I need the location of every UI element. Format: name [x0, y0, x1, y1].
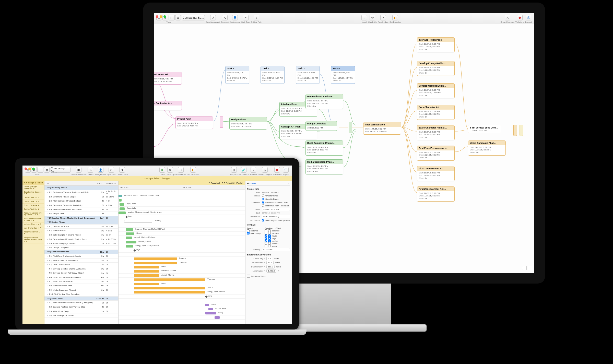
- change-item[interactable]: Effort Done from none to 1d 4h ✓ ✗: [22, 217, 44, 222]
- chip-design[interactable]: [349, 122, 352, 133]
- reschedule-button[interactable]: ⇥: [380, 15, 386, 20]
- level-button[interactable]: ≡: [159, 167, 165, 173]
- simulations-button[interactable]: 🧪: [241, 167, 246, 173]
- gantt-row[interactable]: Melanie; Marina: [119, 269, 245, 273]
- outline-row[interactable]: ▾ 1) Planning Phase: [44, 186, 118, 190]
- outline-row[interactable]: • 3.3) Build Sample In-Engine Project1w2…: [44, 233, 118, 237]
- accept-all-button[interactable]: ✓ Accept All: [208, 182, 220, 184]
- dates-undetermined[interactable]: Undetermined: [262, 194, 290, 197]
- outline-row[interactable]: • 4.6) First Zone Monster Animations6w0h: [44, 275, 118, 280]
- outline-row[interactable]: • 1.4) Determine Contractor Availability…: [44, 203, 118, 208]
- outline-row[interactable]: • 4.2) Basic Character Animations3w0h: [44, 259, 118, 263]
- splittask-button[interactable]: ✂: [243, 15, 249, 20]
- dates-specific[interactable]: Specific Dates: [262, 198, 290, 200]
- violations-button[interactable]: ⬣: [517, 15, 523, 20]
- baseline-button[interactable]: ⇄: [76, 167, 81, 173]
- change-item[interactable]: Group Task Style changed ✓ ✗: [22, 185, 44, 190]
- setbaseline-button[interactable]: ◧: [190, 167, 196, 173]
- node-select-middleware[interactable]: and Select Mi… Start: 9/5/15, 4:57 PMEnd…: [154, 72, 182, 85]
- gantt-row[interactable]: Rafiq: [119, 282, 245, 286]
- gantt-row[interactable]: Jamal: [119, 303, 245, 307]
- workyear-input[interactable]: 1,920.0: [266, 269, 276, 273]
- gantt-row[interactable]: Jaya; Julie: [119, 202, 245, 206]
- connect-button[interactable]: ↘: [222, 15, 228, 20]
- zoom-in-button[interactable]: +: [528, 266, 532, 270]
- outline-row[interactable]: • 5.3) Write Video Script1w0h: [44, 309, 118, 314]
- gantt-row[interactable]: Jeremy: [119, 219, 245, 223]
- node-research[interactable]: Research and Evaluate… Start: 9/28/15, 4…: [305, 94, 343, 109]
- outline-row[interactable]: • 1.1) Brainstorm Themes, Audience, Art …: [44, 190, 118, 195]
- inspector-tabs[interactable]: ◀Project⋯: [247, 181, 290, 186]
- node-contractor[interactable]: te Contractor A…: [154, 101, 182, 110]
- outline-row[interactable]: • 4.10) First Vertical Slice Complete: [44, 292, 118, 297]
- gantt-row[interactable]: Lauren; Thomas; Rafiq; Oil Paint: [119, 228, 245, 232]
- gantt-row[interactable]: Jaya; Julie: [119, 207, 245, 211]
- catchup-button[interactable]: ⟳: [370, 15, 375, 20]
- window-controls[interactable]: [156, 15, 166, 18]
- document-selector[interactable]: Comparing: Ba…: [182, 15, 205, 20]
- node-zonemon[interactable]: First Zone Monster ArtStart: 10/5/15, 5:…: [417, 166, 455, 181]
- reports-button[interactable]: ▥: [231, 167, 237, 173]
- gantt-row[interactable]: Jamal; Marina: [119, 274, 245, 278]
- gantt-row[interactable]: [119, 253, 245, 257]
- quicklook-checkbox[interactable]: Save a Quick Look preview: [262, 219, 290, 221]
- assignment-button[interactable]: 👤: [98, 167, 103, 173]
- node-media-phase[interactable]: Media Campaign Phas… Start: 9/28/15, 4:5…: [305, 159, 343, 174]
- gantt-chart[interactable]: ✓ Accept All ✗✗ Reject All Publish Oct 2…: [119, 181, 245, 324]
- outline-row[interactable]: • 5.4) Edit Footage to Theme …: [44, 313, 118, 318]
- project-title[interactable]: Nautilus Command: [262, 191, 290, 194]
- node-zoneenv[interactable]: First Zone Environment…Start: 10/5/15, 5…: [417, 146, 455, 161]
- setbaseline-button[interactable]: ◧: [392, 15, 398, 20]
- node-combat[interactable]: Develop Combat Engin…Start: 10/5/15, 5:0…: [417, 83, 455, 98]
- outline-row[interactable]: • 3.2) Interface Push1w> 6.5h: [44, 229, 118, 233]
- node-task4[interactable]: Task 4 Start: 10/1/15, 4:57 PMEnd: 10/5/…: [331, 66, 355, 84]
- node-task2[interactable]: Task 2 Start: 9/29/15, 4:57 PMEnd: 9/30/…: [261, 66, 285, 84]
- catchup-button[interactable]: ⟳: [167, 167, 173, 173]
- gantt-row[interactable]: [119, 299, 245, 303]
- showchanges-button[interactable]: △: [505, 15, 510, 20]
- outline-row[interactable]: • 4.3) Core Character Art3w0h: [44, 263, 118, 267]
- gantt-row[interactable]: [119, 223, 245, 227]
- outline-row[interactable]: • 5.1) Build Version for Video Capture (…: [44, 301, 118, 305]
- outline-row[interactable]: ▾ 4) First Vertical Slice33w0h: [44, 250, 118, 254]
- publish-button[interactable]: ⇪: [251, 167, 256, 173]
- outline-row[interactable]: • 4.4) Develop Combat Engine (Alpha Ver.…: [44, 267, 118, 271]
- showchanges-button[interactable]: △: [262, 167, 268, 173]
- inspect-button[interactable]: ⓘ: [526, 15, 531, 20]
- node-zoneani[interactable]: First Zone Monster Ani…Start: 10/5/15, 5…: [417, 186, 455, 202]
- level-button[interactable]: ≡: [361, 15, 367, 20]
- gantt-row[interactable]: Simon: [119, 232, 245, 236]
- node-fvs-complete[interactable]: First Vertical Slice Com… 11/16/15, 5:02…: [468, 125, 501, 133]
- violations-button[interactable]: ⬣: [274, 167, 280, 173]
- change-item[interactable]: Baseline Info changed ✓ ✗: [22, 190, 44, 196]
- outline-row[interactable]: ▾ 3) Design Phase: [44, 220, 118, 225]
- gantt-row[interactable]: Jamal; Marina; Melanie: [119, 236, 245, 240]
- node-enemy[interactable]: Develop Enemy Pathin…Start: 10/5/15, 5:0…: [417, 61, 455, 76]
- dir-backward[interactable]: Backward from Fixed End: [262, 204, 290, 207]
- view-calendar-button[interactable]: ▦: [44, 167, 50, 173]
- inspect-button[interactable]: ⓘ: [283, 167, 289, 173]
- dates-seconds[interactable]: seconds: [247, 229, 261, 232]
- outline-row[interactable]: • 4.7) First Zone Monster Art3w0h: [44, 279, 118, 284]
- edit-work-week[interactable]: Edit Work Week: [247, 275, 290, 278]
- gantt-row[interactable]: [119, 198, 245, 202]
- gantt-row[interactable]: Thomas: [119, 278, 245, 282]
- project-start[interactable]: 9/18/15, 8:00 AM: [262, 208, 290, 211]
- gantt-row[interactable]: [119, 315, 245, 320]
- gantt-row[interactable]: Marina; Melanie; Jamal; Nicole; Yiwen: [119, 211, 245, 215]
- change-item[interactable]: Deleted Task 1 ✓ ✗: [22, 200, 44, 204]
- task-outline[interactable]: Title Effort Effort Done ▾ 1) Planning P…: [44, 181, 119, 324]
- document-selector[interactable]: Comparing: Ba…: [51, 167, 70, 173]
- change-item[interactable]: Assignments from Melanie, Marina, Jamal …: [22, 236, 44, 243]
- zoom-out-button[interactable]: −: [522, 266, 527, 270]
- outline-row[interactable]: • 1.6) Project Pitch0h: [44, 212, 118, 216]
- reject-all-button[interactable]: ✗✗ Reject All: [222, 182, 234, 184]
- dates-timeofday[interactable]: time of day: [247, 232, 261, 234]
- outline-row[interactable]: • 4.5) Develop Enemy Pathing AI (Basic)3…: [44, 271, 118, 275]
- outline-row[interactable]: ▾ 5) Demo Video< 2w 5h0h: [44, 297, 118, 301]
- view-calendar-button[interactable]: ▦: [175, 15, 181, 20]
- outline-row[interactable]: • 1.2) Determine Project Scope1d1d Shinj…: [44, 195, 118, 199]
- change-item[interactable]: Deleted Task 3 ✓ ✗: [22, 207, 44, 211]
- node-sample[interactable]: Build Sample In-Engine… Start: 9/28/15, …: [305, 140, 343, 156]
- change-item[interactable]: Deleted Task 4 ✓ ✗: [22, 204, 44, 207]
